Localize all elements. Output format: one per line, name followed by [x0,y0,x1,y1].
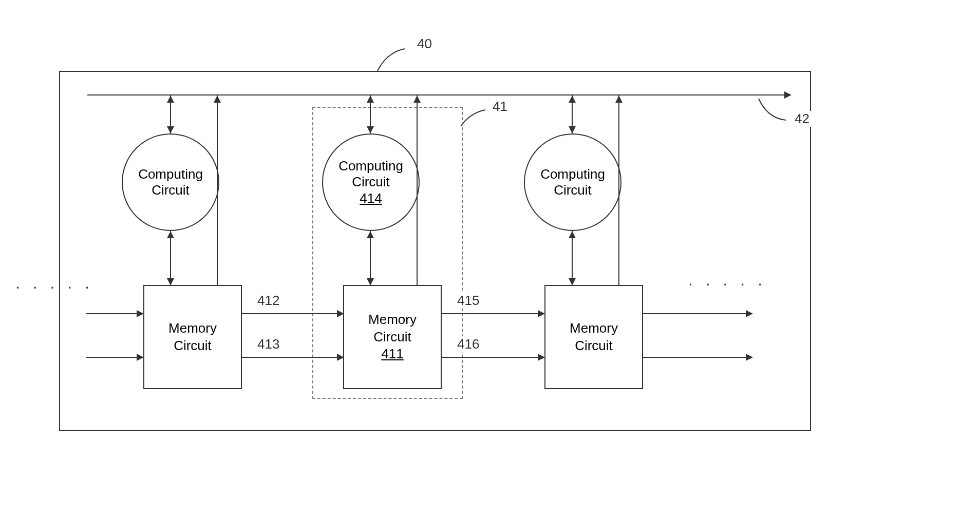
text-circuit-2: Circuit [174,337,212,355]
ellipsis-right: . . . . . [688,271,766,290]
text-circuit: Circuit [152,182,190,198]
text-computing: Computing [138,166,203,182]
ref-label-40: 40 [415,36,434,52]
right-mem-out-bot-arrow [746,354,753,361]
conn-415-line [441,313,538,314]
computing-circuit-left: Computing Circuit [122,133,219,231]
conn-416-line [441,357,538,358]
text-memory-center: Memory [368,311,417,329]
left-circle-mem-up [167,231,174,238]
right-circle-mem-down [569,278,576,285]
center-circle-bus-down [367,126,374,133]
right-mem-bus-line [618,94,619,285]
left-circle-bus-up [167,95,174,103]
conn-416-arrow [538,354,545,361]
text-circuit-center: Circuit [352,174,390,190]
text-circuit-right: Circuit [554,182,592,198]
center-mem-bus-line [417,94,418,285]
text-memory-right: Memory [570,320,618,337]
ref-411: 411 [381,346,403,363]
left-mem-in-bot-line [86,357,137,358]
right-mem-out-top-arrow [746,310,753,317]
text-circuit-center2: Circuit [373,329,411,346]
left-mem-in-bot-arrow [137,354,144,361]
ref-label-42: 42 [793,111,812,127]
conn-412-line [241,313,337,314]
left-mem-in-top-line [86,313,137,314]
right-mem-out-bot-line [642,357,746,358]
right-mem-out-top-line [642,313,746,314]
text-computing-right: Computing [540,166,605,182]
ref-414: 414 [360,190,382,206]
text-computing-center: Computing [338,158,403,174]
computing-circuit-right: Computing Circuit [524,133,621,231]
center-circle-mem-up [367,231,374,238]
conn-413-line [241,357,337,358]
ref-label-413: 413 [255,336,281,352]
center-circle-mem-line [370,230,371,285]
right-circle-mem-line [572,230,573,285]
ref-curve-41 [460,108,488,128]
bus-line [87,94,785,95]
ref-label-416: 416 [455,336,481,352]
left-mem-bus-line [217,94,218,285]
center-mem-bus-up [413,95,421,103]
computing-circuit-414: Computing Circuit 414 [322,133,420,231]
left-circle-mem-line [170,230,171,285]
diagram-canvas: 40 42 41 Computing Circuit Memory Circui… [0,0,980,518]
memory-circuit-411: Memory Circuit 411 [343,285,442,389]
ref-label-41: 41 [491,99,510,114]
ref-label-412: 412 [255,293,281,309]
center-circle-bus-up [367,95,374,103]
memory-circuit-left: Memory Circuit [143,285,242,389]
memory-circuit-right: Memory Circuit [544,285,643,389]
text-memory: Memory [168,320,217,337]
ref-curve-42 [756,98,792,122]
conn-415-arrow [538,310,545,317]
left-circle-mem-down [167,278,174,285]
text-circuit-right2: Circuit [575,337,613,355]
left-mem-bus-up [214,95,221,103]
center-circle-mem-down [367,278,374,285]
left-circle-bus-down [167,126,174,133]
ellipsis-left: . . . . . [15,274,93,293]
ref-curve-40 [376,46,412,72]
right-circle-bus-up [569,95,576,103]
right-circle-bus-down [569,126,576,133]
ref-label-415: 415 [455,293,481,309]
left-mem-in-top-arrow [137,310,144,317]
right-circle-mem-up [569,231,576,238]
right-mem-bus-up [615,95,623,103]
